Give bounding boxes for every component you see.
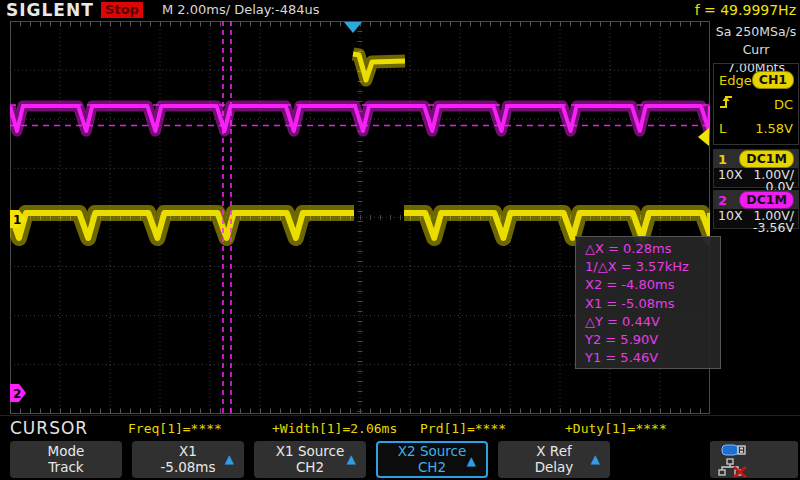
measure-duty: +Duty[1]=**** xyxy=(565,421,667,436)
waveform-display: 12 △X = 0.28ms 1/△X = 3.57kHz X2 = -4.80… xyxy=(10,21,710,414)
frequency-counter: f = 49.9997Hz xyxy=(695,2,796,18)
siglent-logo: SIGLENT xyxy=(6,0,94,20)
cursor-dy: △Y = 0.44V xyxy=(585,313,720,331)
oscilloscope-screen: SIGLENT Stop M 2.00ms/ Delay:-484us f = … xyxy=(0,0,800,480)
softkey-x2-source[interactable]: X2 Source CH2 ▲ xyxy=(376,441,488,478)
knob-arrow-icon: ▲ xyxy=(467,454,476,468)
trigger-level-label: L xyxy=(719,121,726,136)
trigger-level-value: 1.58V xyxy=(755,121,793,136)
channel1-info-box[interactable]: 1 DC1M 10X 1.00V/ 0.0V xyxy=(713,149,799,188)
channel1-probe: 10X xyxy=(718,170,742,180)
channel2-probe: 10X xyxy=(718,211,742,221)
softkey-menu: Mode Track X1 -5.08ms ▲ X1 Source CH2 ▲ … xyxy=(0,439,800,480)
usb-icon xyxy=(722,445,745,455)
sidebar: Sa 250MSa/s Curr 7.00Mpts Edge CH1 DC L … xyxy=(712,21,800,415)
cursor-x2: X2 = -4.80ms xyxy=(585,276,720,294)
trigger-info-box[interactable]: Edge CH1 DC L 1.58V xyxy=(713,63,799,145)
trigger-coupling: DC xyxy=(774,97,793,112)
knob-arrow-icon: ▲ xyxy=(591,452,600,466)
channel2-offset: -3.56V xyxy=(714,222,798,233)
trigger-slope-icon xyxy=(719,94,739,114)
softkey-x-ref[interactable]: X Ref Delay ▲ xyxy=(498,441,610,478)
sample-rate: Sa 250MSa/s xyxy=(712,23,800,41)
knob-arrow-icon: ▲ xyxy=(225,452,234,466)
channel2-info-box[interactable]: 2 DC1M 10X 1.00V/ -3.56V xyxy=(713,190,799,229)
channel2-number: 2 xyxy=(718,193,727,208)
cursor-y1: Y1 = 5.46V xyxy=(585,349,720,367)
active-menu-title: CURSOR xyxy=(10,418,88,438)
softkey-x1[interactable]: X1 -5.08ms ▲ xyxy=(132,441,244,478)
lan-disconnected-icon xyxy=(719,459,746,477)
channel1-position-marker-label: 1 xyxy=(13,213,21,227)
softkey-x1-source[interactable]: X1 Source CH2 ▲ xyxy=(254,441,366,478)
cursor-readout-box: △X = 0.28ms 1/△X = 3.57kHz X2 = -4.80ms … xyxy=(575,236,721,369)
measure-pwidth: +Width[1]=2.06ms xyxy=(272,421,397,436)
channel1-number: 1 xyxy=(718,152,727,167)
trigger-source-badge: CH1 xyxy=(752,71,794,89)
knob-arrow-icon: ▲ xyxy=(347,452,356,466)
peripheral-status-box xyxy=(710,441,798,478)
cursor-inv-dx: 1/△X = 3.57kHz xyxy=(585,258,720,276)
cursor-dx: △X = 0.28ms xyxy=(585,240,720,258)
channel1-coupling-badge: DC1M xyxy=(739,150,794,168)
timebase-readout: M 2.00ms/ Delay:-484us xyxy=(162,2,319,17)
measure-freq: Freq[1]=**** xyxy=(128,421,222,436)
cursor-x1: X1 = -5.08ms xyxy=(585,295,720,313)
measure-period: Prd[1]=**** xyxy=(420,421,506,436)
channel2-coupling-badge: DC1M xyxy=(739,191,794,209)
channel2-position-marker-label: 2 xyxy=(13,387,21,401)
cursor-y2: Y2 = 5.90V xyxy=(585,331,720,349)
status-bar: CURSOR Freq[1]=**** +Width[1]=2.06ms Prd… xyxy=(0,415,800,439)
run-state-badge[interactable]: Stop xyxy=(101,2,143,18)
trigger-type: Edge xyxy=(719,73,752,88)
top-bar: SIGLENT Stop M 2.00ms/ Delay:-484us f = … xyxy=(0,0,800,21)
softkey-mode[interactable]: Mode Track xyxy=(10,441,122,478)
